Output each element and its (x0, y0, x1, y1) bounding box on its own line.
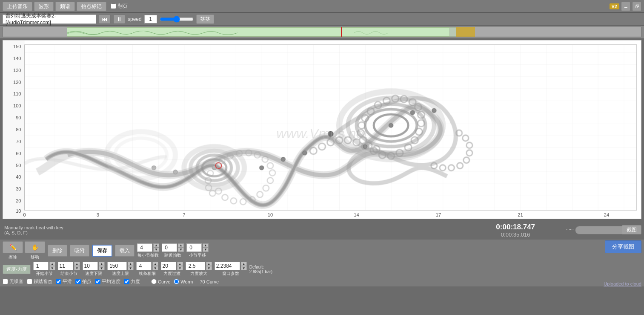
beat-sound-label: 踩踏音杰 (34, 278, 52, 285)
bar-translate-input[interactable] (186, 243, 202, 252)
waveform-button[interactable]: 波形 (34, 2, 54, 11)
beats-per-bar-up[interactable]: ▲ (153, 243, 159, 248)
start-bar-input[interactable] (33, 262, 49, 270)
speed-upper-group: ▲ ▼ 速度上限 (107, 262, 134, 277)
svg-text:20: 20 (16, 198, 21, 203)
svg-rect-0 (3, 40, 25, 219)
force-max-down[interactable]: ▼ (206, 266, 212, 270)
waveform-container[interactable] (3, 27, 641, 37)
beats-per-bar-down[interactable]: ▼ (153, 248, 159, 252)
no-noise-checkbox-label[interactable]: 无噪音 (3, 278, 23, 285)
import-button[interactable]: 载入 (115, 245, 135, 257)
speed-lower-down[interactable]: ▼ (99, 266, 105, 270)
share-button[interactable]: 分享截图 (605, 240, 641, 253)
upload-music-button[interactable]: 上传音乐 (3, 2, 32, 11)
line-thickness-down[interactable]: ▼ (152, 266, 158, 270)
move-button[interactable]: ✋ (25, 241, 45, 253)
file-name-label: 普列特逃夫成本奖赛2-[AudioTrimmer.com] (3, 14, 96, 24)
beat-sound-checkbox[interactable] (27, 279, 32, 284)
end-bar-group: ▲ ▼ 结束小节 (58, 262, 80, 277)
rewind-button[interactable]: ⏮ (99, 14, 111, 24)
svg-text:10: 10 (268, 212, 273, 217)
window-param-input[interactable] (215, 262, 240, 270)
pause-button[interactable]: ⏸ (113, 14, 125, 24)
force-smooth-down[interactable]: ▼ (177, 266, 183, 270)
start-bar-down[interactable]: ▼ (49, 266, 55, 270)
apply-button[interactable]: 茎茎 (196, 14, 214, 24)
clip-button[interactable]: 截图 (622, 225, 641, 234)
snap-beats-label: 踏近拍数 (164, 252, 181, 258)
smooth-checkbox[interactable] (56, 279, 61, 284)
svg-point-42 (260, 166, 264, 170)
end-bar-up[interactable]: ▲ (74, 262, 80, 266)
start-bar-group: ▲ ▼ 开始小节 (33, 262, 55, 277)
beat-mark-button[interactable]: 拍点标记 (77, 2, 106, 11)
attach-button[interactable]: 吸附 (70, 245, 89, 257)
svg-text:14: 14 (354, 212, 359, 217)
beat-point-checkbox-label[interactable]: 拍点 (75, 278, 92, 285)
delete-button[interactable]: 删除 (48, 245, 67, 257)
force-smooth-label: 力度过渡 (163, 271, 180, 277)
minimize-button[interactable]: 🗕 (621, 2, 630, 11)
force-checkbox-label[interactable]: 力度 (124, 278, 140, 285)
frequency-button[interactable]: 频谱 (55, 2, 75, 11)
curve-radio-label[interactable]: Curve (151, 279, 170, 284)
no-noise-checkbox[interactable] (3, 279, 8, 284)
svg-point-41 (281, 157, 285, 162)
force-label: 力度 (131, 278, 140, 285)
curve-radio[interactable] (151, 279, 157, 284)
erase-button[interactable]: ✏️ (3, 241, 23, 253)
avg-speed-checkbox[interactable] (95, 279, 100, 284)
snap-beats-up[interactable]: ▲ (178, 243, 184, 248)
beat-sound-checkbox-label[interactable]: 踩踏音杰 (27, 278, 52, 285)
speed-lower-up[interactable]: ▲ (99, 262, 105, 266)
end-bar-input[interactable] (58, 262, 73, 270)
default-value: 2.985(1 bar) (249, 269, 272, 274)
velocity-button[interactable]: 速度-力度 (3, 265, 31, 274)
erase-label: 擦除 (3, 254, 23, 260)
bar-translate-down[interactable]: ▼ (203, 248, 209, 252)
force-max-input[interactable] (186, 262, 205, 270)
force-max-up[interactable]: ▲ (206, 262, 212, 266)
speed-lower-input[interactable] (83, 262, 98, 270)
line-thickness-group: ▲ ▼ 线条粗细 (136, 262, 158, 277)
line-thickness-input[interactable] (136, 262, 152, 270)
restore-button[interactable]: 🗗 (632, 2, 641, 11)
svg-point-38 (410, 110, 415, 115)
upload-status[interactable]: Uploaded to cloud (604, 281, 641, 286)
speed-lower-group: ▲ ▼ 速度下限 (83, 262, 105, 277)
avg-speed-checkbox-label[interactable]: 平均速度 (95, 278, 120, 285)
no-noise-label: 无噪音 (9, 278, 23, 285)
time-current: 0:00:18.747 (481, 223, 550, 231)
worm-radio-label[interactable]: Worm (174, 279, 193, 284)
smooth-checkbox-label[interactable]: 平滑 (56, 278, 72, 285)
speed-upper-up[interactable]: ▲ (128, 262, 134, 266)
page-checkbox[interactable] (111, 3, 116, 9)
force-max-group: ▲ ▼ 力度放大 (186, 262, 212, 277)
bar-translate-up[interactable]: ▲ (203, 243, 209, 248)
start-bar-up[interactable]: ▲ (49, 262, 55, 266)
window-param-up[interactable]: ▲ (241, 262, 247, 266)
save-button[interactable]: 保存 (92, 245, 112, 257)
force-smooth-input[interactable] (161, 262, 176, 270)
svg-text:140: 140 (13, 56, 21, 61)
worm-radio[interactable] (174, 279, 179, 284)
bar-translate-group: ▲ ▼ 小节平移 (186, 243, 209, 258)
snap-beats-input[interactable] (162, 243, 177, 252)
force-checkbox[interactable] (124, 279, 129, 284)
speed-slider[interactable] (160, 16, 194, 23)
speed-upper-input[interactable] (107, 262, 127, 270)
svg-text:0: 0 (23, 212, 26, 217)
speed-upper-down[interactable]: ▼ (128, 266, 134, 270)
beats-per-bar-input[interactable] (137, 243, 152, 252)
speed-label: speed (128, 16, 142, 22)
end-bar-down[interactable]: ▼ (74, 266, 80, 270)
svg-point-40 (303, 151, 307, 155)
window-param-down[interactable]: ▼ (241, 266, 247, 270)
svg-text:21: 21 (518, 212, 523, 217)
force-smooth-up[interactable]: ▲ (177, 262, 183, 266)
beat-point-checkbox[interactable] (75, 279, 81, 284)
snap-beats-down[interactable]: ▼ (178, 248, 184, 252)
waveform-mini-bar[interactable] (575, 226, 626, 234)
line-thickness-up[interactable]: ▲ (152, 262, 158, 266)
